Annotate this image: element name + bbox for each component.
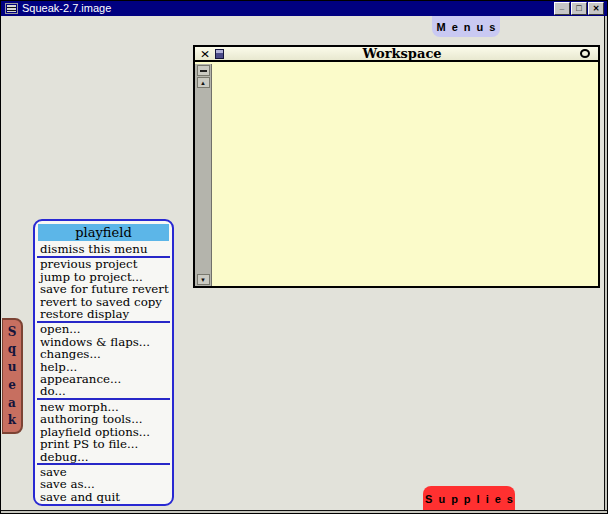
minimize-icon: _	[560, 3, 564, 11]
frame-right-bevel	[604, 16, 607, 513]
workspace-close-icon[interactable]: ✕	[200, 48, 210, 59]
workspace-window: ✕ Workspace ▲ ▼	[193, 45, 600, 288]
maximize-button[interactable]: □	[571, 2, 587, 15]
scrollbar-menu-icon	[200, 70, 207, 72]
workspace-titlebar[interactable]: ✕ Workspace	[195, 47, 598, 62]
menu-item-revert-to-saved-copy[interactable]: revert to saved copy	[37, 296, 170, 308]
supplies-flap-tab[interactable]: Supplies	[423, 486, 515, 511]
window-titlebar[interactable]: Squeak-2.7.image _ □ ✕	[1, 1, 607, 16]
squeak-tab-letter: S	[8, 326, 17, 338]
workspace-collapse-icon[interactable]	[580, 49, 590, 58]
squeak-flap-tab[interactable]: S q u e a k	[2, 318, 23, 434]
scroll-down-icon: ▼	[200, 277, 206, 283]
workspace-title: Workspace	[229, 47, 575, 60]
menu-item-save-for-future-revert[interactable]: save for future revert	[37, 283, 170, 295]
menu-item-save-as[interactable]: save as...	[37, 478, 170, 490]
scroll-up-icon: ▲	[200, 80, 206, 86]
playfield-menu-title[interactable]: playfield	[38, 224, 169, 241]
menu-item-help[interactable]: help...	[37, 361, 170, 373]
menu-item-save[interactable]: save	[37, 466, 170, 478]
squeak-tab-letter: k	[8, 414, 16, 426]
menu-item-appearance[interactable]: appearance...	[37, 373, 170, 385]
menu-item-changes[interactable]: changes...	[37, 348, 170, 360]
workspace-text-area[interactable]	[212, 64, 598, 286]
menu-item-debug[interactable]: debug...	[37, 451, 170, 463]
workspace-scrollbar[interactable]: ▲ ▼	[195, 64, 212, 286]
squeak-tab-letter: e	[8, 379, 16, 391]
menus-flap-tab[interactable]: Menus	[432, 16, 500, 37]
menu-item-playfield-options[interactable]: playfield options...	[37, 426, 170, 438]
maximize-icon: □	[576, 4, 581, 13]
menu-item-open[interactable]: open...	[37, 323, 170, 335]
menu-item-jump-to-project[interactable]: jump to project...	[37, 271, 170, 283]
playfield-menu: playfield dismiss this menu previous pro…	[33, 219, 174, 506]
window-title: Squeak-2.7.image	[22, 1, 554, 16]
menu-item-restore-display[interactable]: restore display	[37, 308, 170, 320]
menu-item-authoring-tools[interactable]: authoring tools...	[37, 413, 170, 425]
system-menu-icon[interactable]	[5, 3, 18, 14]
menu-item-print-ps-to-file[interactable]: print PS to file...	[37, 438, 170, 450]
squeak-desktop: Squeak-2.7.image _ □ ✕ Menus ✕ Workspace…	[0, 0, 608, 514]
squeak-tab-letter: u	[8, 361, 17, 373]
squeak-tab-letter: a	[8, 397, 16, 409]
squeak-tab-letter: q	[8, 343, 16, 355]
workspace-menu-icon[interactable]	[215, 49, 224, 59]
menu-item-do[interactable]: do...	[37, 385, 170, 397]
close-button[interactable]: ✕	[588, 2, 604, 15]
scrollbar-down-button[interactable]: ▼	[197, 274, 210, 285]
menu-item-windows-and-flaps[interactable]: windows & flaps...	[37, 336, 170, 348]
scrollbar-menu-button[interactable]	[197, 65, 210, 76]
menu-item-save-and-quit[interactable]: save and quit	[37, 491, 170, 503]
minimize-button[interactable]: _	[554, 2, 570, 15]
workspace-body: ▲ ▼	[195, 64, 598, 286]
menu-item-quit[interactable]: quit	[37, 503, 170, 506]
scrollbar-up-button[interactable]: ▲	[197, 77, 210, 88]
menu-item-new-morph[interactable]: new morph...	[37, 401, 170, 413]
menu-item-previous-project[interactable]: previous project	[37, 258, 170, 270]
menu-item-dismiss-this-menu[interactable]: dismiss this menu	[37, 243, 170, 255]
close-icon: ✕	[593, 5, 600, 13]
window-controls: _ □ ✕	[554, 2, 604, 15]
frame-bottom-bevel	[1, 510, 607, 513]
